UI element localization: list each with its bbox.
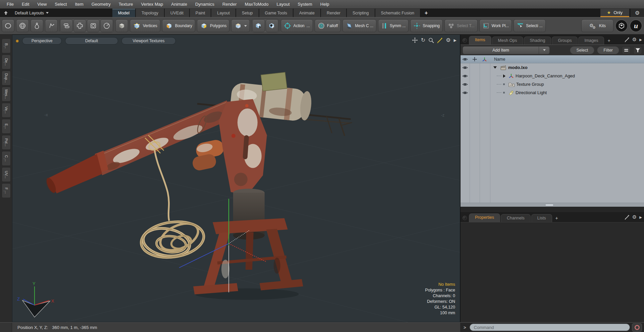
pin-layout-button[interactable] <box>0 9 11 17</box>
3d-viewport[interactable]: Perspective Default Viewport Textures ↻ … <box>12 35 460 322</box>
pie-tool-button[interactable] <box>100 19 113 32</box>
mesh-constraint-button[interactable]: Mesh C ... <box>342 19 376 32</box>
menu-view[interactable]: View <box>33 0 51 8</box>
tab-groups[interactable]: Groups <box>552 37 578 45</box>
lasso-tool-button[interactable] <box>45 19 58 32</box>
layouts-dropdown[interactable]: Default Layouts <box>11 9 52 17</box>
menu-geometry[interactable]: Geometry <box>88 0 115 8</box>
panel-expand-arrow-icon[interactable]: ▶ <box>639 215 642 219</box>
collapse-arrow-icon[interactable] <box>493 66 497 69</box>
add-properties-tab-button[interactable]: + <box>553 214 561 222</box>
viewport-projection-button[interactable]: Perspective <box>22 37 62 45</box>
zoom-icon[interactable] <box>428 38 434 43</box>
falloff-button[interactable]: Falloff <box>315 19 341 32</box>
toolbox-tab-edge[interactable]: E... <box>2 119 11 134</box>
tab-mesh-ops[interactable]: Mesh Ops <box>492 37 523 45</box>
sphere-tool-button[interactable] <box>16 19 29 32</box>
rounded-rect-tool-button[interactable] <box>87 19 100 32</box>
menu-texture[interactable]: Texture <box>115 0 137 8</box>
tab-render[interactable]: Render <box>321 9 347 17</box>
pan-icon[interactable] <box>412 37 418 43</box>
viewport-textures-button[interactable]: Viewport Textures <box>121 37 176 45</box>
menu-vertex-map[interactable]: Vertex Map <box>137 0 167 8</box>
select-button[interactable]: Select <box>570 46 594 54</box>
panel-gear-icon[interactable]: ⚙ <box>632 37 637 43</box>
tab-scripting[interactable]: Scripting <box>347 9 375 17</box>
toolbox-tab-uv[interactable]: UV... <box>2 167 11 182</box>
modo-cloud-button[interactable] <box>615 19 628 32</box>
tab-channels[interactable]: Channels <box>501 214 531 222</box>
add-panel-tab-button[interactable]: + <box>605 37 613 45</box>
ellipse-tool-button[interactable] <box>2 19 14 32</box>
pen-tool-button[interactable] <box>31 19 43 32</box>
item-mode-button[interactable] <box>115 19 128 32</box>
tree-row-scene[interactable]: modo.lxo <box>461 63 644 72</box>
paint-select-cube-button[interactable] <box>266 19 278 32</box>
list-options-button[interactable] <box>622 46 631 54</box>
select-through-cube-button[interactable] <box>252 19 265 32</box>
select-through-button[interactable]: Select T... <box>444 19 477 32</box>
toolbox-tab-vertex[interactable]: Ve... <box>2 103 11 118</box>
menu-item[interactable]: Item <box>71 0 87 8</box>
tree-horizontal-scrollbar[interactable] <box>461 203 644 207</box>
tab-game-tools[interactable]: Game Tools <box>259 9 293 17</box>
tab-setup[interactable]: Setup <box>236 9 259 17</box>
maximize-panel-icon[interactable] <box>625 215 630 220</box>
menu-dynamics[interactable]: Dynamics <box>191 0 218 8</box>
favorites-only-button[interactable]: ★ Only <box>600 9 629 17</box>
menu-help[interactable]: Help <box>316 0 333 8</box>
toolbox-tab-mesh[interactable]: Mes... <box>2 87 11 102</box>
kits-button[interactable]: ⚙⚙ Kits <box>581 19 613 32</box>
polygons-mode-button[interactable]: Polygons <box>197 19 229 32</box>
rotate-view-icon[interactable]: ↻ <box>421 38 425 43</box>
visibility-toggle[interactable] <box>461 91 470 95</box>
menu-maxtomodo[interactable]: MaxToModo <box>241 0 273 8</box>
paste-tool-button[interactable] <box>60 19 73 32</box>
viewport-shading-button[interactable]: Default <box>65 37 118 45</box>
toolbox-tab-basic[interactable]: B... <box>2 39 11 53</box>
menu-edit[interactable]: Edit <box>18 0 33 8</box>
add-layout-tab-button[interactable]: + <box>421 9 432 17</box>
tab-topology[interactable]: Topology <box>136 9 165 17</box>
tab-model[interactable]: Model <box>112 9 136 17</box>
tab-lists[interactable]: Lists <box>531 214 552 222</box>
panel-gear-icon[interactable]: ⚙ <box>632 214 637 220</box>
tab-images[interactable]: Images <box>578 37 604 45</box>
menu-file[interactable]: File <box>3 0 18 8</box>
viewport-gear-icon[interactable]: ⚙ <box>446 38 450 43</box>
boundary-mode-button[interactable]: Boundary <box>162 19 195 32</box>
toolbox-tab-deform[interactable]: De... <box>2 55 11 69</box>
action-center-button[interactable]: Action ... <box>281 19 313 32</box>
panel-corner-knob[interactable] <box>463 38 467 43</box>
visibility-toggle[interactable] <box>461 82 470 86</box>
tab-animate[interactable]: Animate <box>293 9 321 17</box>
expand-arrow-icon[interactable] <box>503 74 505 78</box>
tab-schematic-fusion[interactable]: Schematic Fusion <box>375 9 421 17</box>
maximize-viewport-icon[interactable] <box>437 38 443 43</box>
expand-selection-button[interactable] <box>73 19 86 32</box>
items-mode-dropdown-button[interactable] <box>231 19 250 32</box>
tree-row-mesh[interactable]: Harpoon_Deck_Cannon_Aged <box>461 72 644 80</box>
toolbox-tab-polygon[interactable]: Pol... <box>2 135 11 150</box>
panel-expand-arrow-icon[interactable]: ▶ <box>639 38 642 42</box>
selection-sets-button[interactable]: Selecti ... <box>514 19 545 32</box>
unreal-bridge-button[interactable]: u <box>630 19 642 32</box>
tab-shading[interactable]: Shading <box>524 37 551 45</box>
maximize-panel-icon[interactable] <box>625 37 630 42</box>
menu-render[interactable]: Render <box>218 0 241 8</box>
toolbox-tab-curves[interactable]: C ... <box>2 151 11 166</box>
macro-record-button[interactable] <box>632 323 642 332</box>
scrollbar-thumb[interactable] <box>545 204 554 206</box>
symmetry-button[interactable]: Symm ... <box>378 19 409 32</box>
tab-layout[interactable]: Layout <box>211 9 236 17</box>
tree-row-texture-group[interactable]: Texture Group <box>461 80 644 88</box>
work-plane-button[interactable]: Work Pl... <box>479 19 512 32</box>
menu-animate[interactable]: Animate <box>167 0 191 8</box>
tab-properties[interactable]: Properties <box>469 213 500 222</box>
menu-select[interactable]: Select <box>51 0 71 8</box>
menu-layout[interactable]: Layout <box>272 0 293 8</box>
3d-scene-canvas[interactable]: -x -z <box>12 35 460 322</box>
menu-system[interactable]: System <box>294 0 316 8</box>
tab-uvedit[interactable]: UVEdit <box>165 9 190 17</box>
filter-button[interactable]: Filter <box>597 46 619 54</box>
